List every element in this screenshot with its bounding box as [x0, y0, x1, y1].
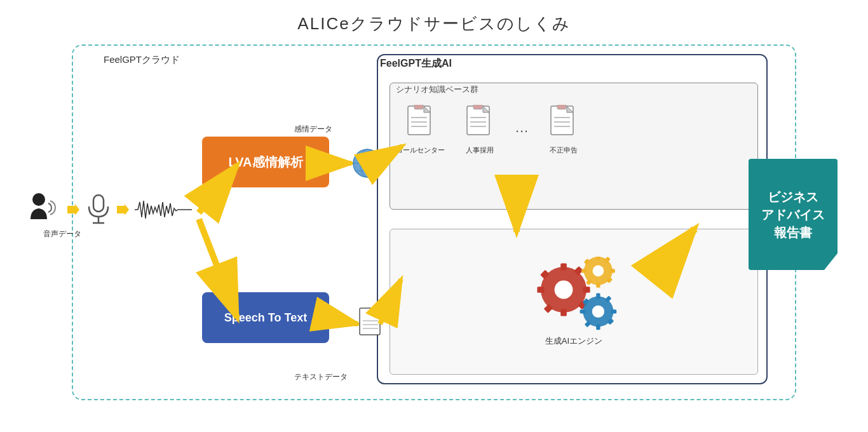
svg-rect-32 [610, 269, 615, 273]
svg-rect-21 [560, 309, 567, 316]
doc-label-fraud: 不正申告 [550, 145, 578, 155]
doc-label-hr: 人事採用 [466, 145, 494, 155]
svg-rect-31 [596, 283, 600, 288]
svg-rect-5 [414, 105, 423, 109]
waveform-icon [135, 196, 192, 224]
svg-point-48 [32, 193, 45, 206]
lva-label: LVA感情解析 [228, 154, 302, 171]
svg-rect-11 [473, 105, 482, 109]
lva-box: LVA感情解析 [202, 137, 329, 187]
scenario-label: シナリオ知識ベース群 [396, 84, 478, 95]
svg-point-29 [593, 266, 604, 277]
svg-rect-33 [581, 269, 587, 273]
doc-label-callcenter: コールセンター [396, 145, 445, 155]
svg-rect-30 [596, 257, 600, 259]
doc-icon-hr: 人事採用 [464, 105, 496, 155]
gears-icon [523, 257, 625, 333]
svg-marker-49 [67, 204, 79, 215]
arrow-mic-wave [117, 203, 130, 216]
main-title: ALICeクラウドサービスのしくみ [21, 13, 847, 35]
svg-rect-42 [611, 309, 616, 313]
text-data-label: テキストデータ [294, 372, 348, 382]
svg-rect-17 [557, 105, 566, 109]
svg-rect-43 [580, 309, 586, 313]
voice-label: 音声データ [43, 229, 81, 240]
ellipsis: … [515, 119, 529, 136]
svg-point-39 [592, 306, 604, 318]
ai-engine-label: 生成AIエンジン [545, 335, 602, 347]
feelgpt-cloud-label: FeelGPTクラウド [104, 54, 180, 66]
ai-engine-inner: 生成AIエンジン [390, 229, 757, 374]
biz-label: ビジネス アドバイス 報告書 [761, 188, 825, 241]
svg-marker-53 [117, 204, 129, 215]
svg-point-19 [555, 281, 573, 299]
doc-icons-row: コールセンター 人事採用 … [396, 105, 580, 155]
svg-rect-22 [583, 287, 590, 293]
speech-box: Speech To Text [202, 292, 329, 343]
doc-icon-callcenter: コールセンター [396, 105, 445, 155]
person-icon [27, 191, 62, 229]
arrow-person-mic [67, 203, 80, 216]
document-icon-1 [405, 105, 437, 143]
svg-rect-23 [537, 287, 544, 293]
biz-box: ビジネス アドバイス 報告書 [749, 159, 837, 270]
feelgpt-ai-label: FeelGPT生成AI [380, 57, 452, 71]
left-icons [27, 191, 192, 229]
svg-rect-50 [93, 195, 104, 212]
svg-rect-40 [596, 294, 600, 299]
svg-rect-41 [596, 324, 600, 330]
diagram-container: ALICeクラウドサービスのしくみ FeelGPTクラウド FeelGPT生成A… [21, 13, 847, 419]
ai-engine-wrapper: 生成AIエンジン [390, 229, 758, 375]
svg-rect-20 [560, 263, 567, 270]
doc-icon-fraud: 不正申告 [548, 105, 580, 155]
kanjo-label: 感情データ [294, 124, 332, 135]
document-icon-3 [548, 105, 580, 143]
microphone-icon [85, 192, 112, 227]
document-icon-2 [464, 105, 496, 143]
speech-label: Speech To Text [224, 311, 307, 325]
